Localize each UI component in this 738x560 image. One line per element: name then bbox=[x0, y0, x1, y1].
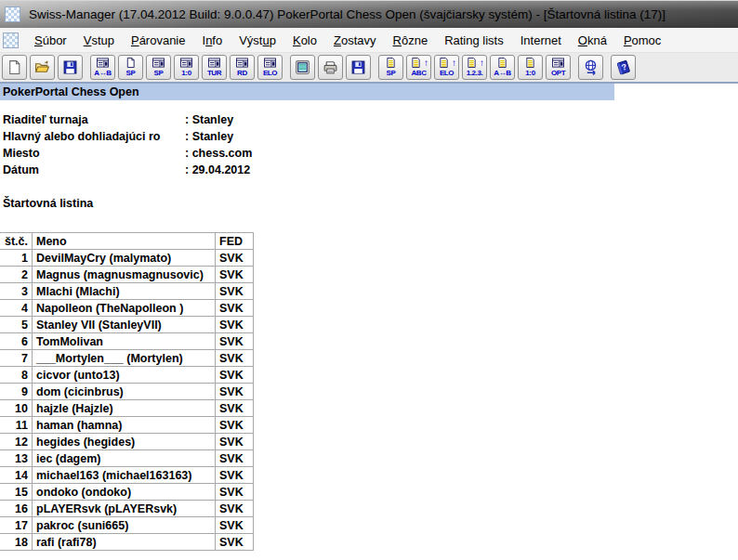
help-button[interactable]: ? bbox=[611, 55, 636, 80]
menu-item-rozne[interactable]: Rôzne bbox=[385, 33, 437, 47]
info-value: : Stanley bbox=[185, 128, 233, 145]
cell-player-name: haman (hamna) bbox=[33, 417, 216, 434]
menu-item-rating-lists[interactable]: Rating lists bbox=[436, 33, 512, 47]
menu-item-label-post: fo bbox=[212, 33, 222, 47]
entry-sp-button[interactable]: SP bbox=[118, 55, 143, 80]
window-grid-icon bbox=[96, 58, 110, 68]
menu-item-parovanie[interactable]: Párovanie bbox=[123, 33, 194, 47]
table-row[interactable]: 2Magnus (magnusmagnusovic)SVK bbox=[0, 267, 254, 283]
table-row[interactable]: 5Stanley VII (StanleyVII)SVK bbox=[0, 317, 254, 333]
menu-item-info[interactable]: Info bbox=[194, 33, 231, 47]
menu-item-zostavy[interactable]: Zostavy bbox=[325, 33, 385, 47]
list-results-button[interactable]: 1:0 bbox=[518, 55, 543, 80]
print-button[interactable] bbox=[318, 55, 343, 80]
window-grid-icon bbox=[263, 58, 277, 68]
title-bar: Swiss-Manager (17.04.2012 Build: 9.0.0.4… bbox=[0, 0, 738, 28]
screen-view-button[interactable] bbox=[290, 55, 315, 80]
options-button[interactable]: OPT bbox=[546, 55, 571, 80]
cell-player-name: Stanley VII (StanleyVII) bbox=[33, 317, 216, 333]
sort-abc-button[interactable]: ↑ABC bbox=[406, 55, 431, 80]
open-button[interactable] bbox=[30, 55, 55, 80]
table-row[interactable]: 4Napolleon (TheNapolleon )SVK bbox=[0, 300, 254, 317]
list-doc-icon: ↑ bbox=[465, 58, 484, 68]
grid-results-button[interactable]: 1:0 bbox=[174, 55, 199, 80]
up-arrow-icon: ↑ bbox=[424, 59, 428, 68]
cell-federation: SVK bbox=[216, 484, 254, 501]
cell-start-number: 9 bbox=[0, 384, 33, 400]
list-ab-button[interactable]: A↔B bbox=[490, 55, 515, 80]
cell-start-number: 15 bbox=[0, 484, 33, 501]
pairings-ab-button[interactable]: A↔B bbox=[90, 55, 115, 80]
menu-item-hotkey: O bbox=[578, 33, 587, 47]
table-row[interactable]: 1DevilMayCry (malymato)SVK bbox=[0, 250, 254, 267]
list-doc-icon bbox=[523, 58, 537, 68]
cell-player-name: dom (cicinbrus) bbox=[33, 384, 216, 400]
toolbar-button-label: SP bbox=[154, 69, 164, 77]
table-header-row: št.č.MenoFED bbox=[0, 233, 254, 250]
table-row[interactable]: 8cicvor (unto13)SVK bbox=[0, 367, 254, 384]
help-book-icon: ? bbox=[615, 59, 631, 75]
cell-federation: SVK bbox=[216, 534, 254, 551]
table-row[interactable]: 3Mlachi (Mlachi)SVK bbox=[0, 283, 254, 300]
list-sp-button[interactable]: SP bbox=[378, 55, 403, 80]
cell-federation: SVK bbox=[216, 350, 254, 367]
cell-player-name: michael163 (michael163163) bbox=[33, 467, 216, 484]
new-button[interactable] bbox=[2, 55, 27, 80]
table-row[interactable]: 16pLAYERsvk (pLAYERsvk)SVK bbox=[0, 501, 254, 517]
table-row[interactable]: 6TomMolivanSVK bbox=[0, 333, 254, 350]
app-icon[interactable] bbox=[5, 7, 20, 22]
menu-item-vystup[interactable]: Výstup bbox=[231, 33, 284, 47]
save-button[interactable] bbox=[58, 55, 83, 80]
table-row[interactable]: 14michael163 (michael163163)SVK bbox=[0, 467, 254, 484]
menu-item-label-post: stup bbox=[91, 33, 114, 47]
menu-item-pomoc[interactable]: Pomoc bbox=[615, 33, 669, 47]
table-row[interactable]: 10hajzle (Hajzle)SVK bbox=[0, 400, 254, 417]
up-arrow-icon: ↑ bbox=[452, 59, 456, 68]
grid-elo-button[interactable]: ELO bbox=[257, 55, 283, 80]
cell-player-name: hegides (hegides) bbox=[33, 434, 216, 450]
table-row[interactable]: 7___Mortylen___ (Mortylen)SVK bbox=[0, 350, 254, 367]
table-row[interactable]: 17pakroc (suni665)SVK bbox=[0, 517, 254, 534]
menu-item-label-post: ostavy bbox=[341, 33, 376, 47]
cell-player-name: DevilMayCry (malymato) bbox=[33, 250, 216, 267]
menu-item-hotkey: S bbox=[34, 33, 43, 47]
save-icon bbox=[350, 59, 366, 75]
menu-item-okna[interactable]: Okná bbox=[570, 33, 615, 47]
sort-123-button[interactable]: ↑1.2.3. bbox=[462, 55, 487, 80]
table-row[interactable]: 12hegides (hegides)SVK bbox=[0, 434, 254, 450]
table-row[interactable]: 18rafi (rafi78)SVK bbox=[0, 534, 254, 551]
players-table-container: št.č.MenoFED 1DevilMayCry (malymato)SVK2… bbox=[0, 232, 254, 551]
grid-rd-button[interactable]: RD bbox=[230, 55, 255, 80]
cell-federation: SVK bbox=[216, 450, 254, 467]
cell-federation: SVK bbox=[216, 517, 254, 534]
cell-start-number: 16 bbox=[0, 501, 33, 517]
menu-item-kolo[interactable]: Kolo bbox=[284, 33, 325, 47]
menu-item-vstup[interactable]: Vstup bbox=[75, 33, 123, 47]
menu-item-hotkey: P bbox=[624, 33, 632, 47]
printer-icon bbox=[323, 59, 338, 75]
sort-elo-button[interactable]: ↑ELO bbox=[434, 55, 459, 80]
cell-player-name: Magnus (magnusmagnusovic) bbox=[33, 267, 216, 283]
table-row[interactable]: 9dom (cicinbrus)SVK bbox=[0, 384, 254, 400]
table-row[interactable]: 11haman (hamna)SVK bbox=[0, 417, 254, 434]
toolbar-button-label: SP bbox=[126, 69, 136, 77]
cell-federation: SVK bbox=[216, 501, 254, 517]
grid-sp-button[interactable]: SP bbox=[146, 55, 171, 80]
grid-tur-button[interactable]: TUR bbox=[202, 55, 227, 80]
info-row: Riaditeľ turnaja: Stanley bbox=[3, 111, 402, 128]
section-heading: Štartovná listina bbox=[3, 197, 93, 210]
menu-item-label-pre: Výst bbox=[239, 33, 262, 47]
table-row[interactable]: 13iec (dagem)SVK bbox=[0, 450, 254, 467]
list-doc-icon bbox=[495, 58, 509, 68]
table-row[interactable]: 15ondoko (ondoko)SVK bbox=[0, 484, 254, 501]
document-icon[interactable] bbox=[3, 33, 19, 48]
internet-upload-button[interactable] bbox=[578, 55, 603, 80]
menu-item-subor[interactable]: Súbor bbox=[26, 33, 75, 47]
globe-arrow-icon bbox=[583, 59, 599, 75]
tournament-info: Riaditeľ turnaja: StanleyHlavný alebo do… bbox=[3, 111, 402, 178]
new-doc-icon bbox=[7, 59, 22, 75]
menu-item-internet[interactable]: Internet bbox=[512, 33, 570, 47]
info-row: Dátum: 29.04.2012 bbox=[3, 162, 402, 178]
save-list-button[interactable] bbox=[346, 55, 371, 80]
menu-item-label-post: kná bbox=[587, 33, 607, 47]
